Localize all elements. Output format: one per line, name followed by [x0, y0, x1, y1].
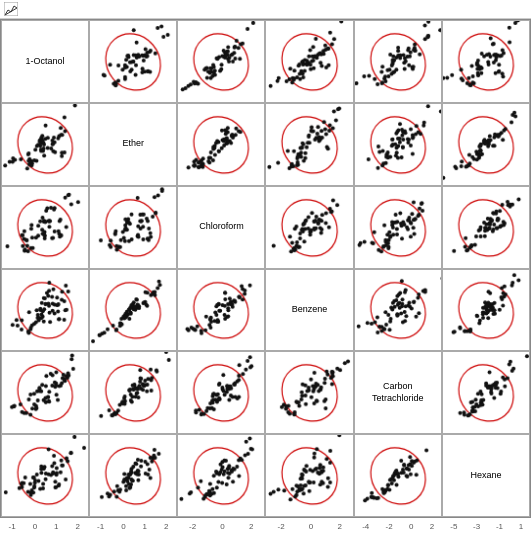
cell-2-3: [265, 186, 353, 269]
scatter-canvas-4-3: [266, 352, 352, 433]
cell-5-0: [1, 434, 89, 517]
x-axis-segment-0: -1012: [0, 518, 89, 533]
scatter-canvas-4-5: [443, 352, 529, 433]
scatter-canvas-3-1: [90, 270, 176, 351]
svg-marker-0: [5, 6, 17, 15]
cell-2-2: Chloroform: [177, 186, 265, 269]
cell-5-3: [265, 434, 353, 517]
scatter-matrix: 1-OctanolEtherChloroformBenzeneCarbon Te…: [0, 19, 531, 518]
cell-1-4: [354, 103, 442, 186]
cell-1-5: [442, 103, 530, 186]
cell-4-3: [265, 351, 353, 434]
cell-2-1: [89, 186, 177, 269]
scatter-canvas-4-2: [178, 352, 264, 433]
cell-0-1: [89, 20, 177, 103]
cell-4-2: [177, 351, 265, 434]
scatter-canvas-3-0: [2, 270, 88, 351]
diagonal-label-2: Chloroform: [178, 187, 264, 268]
cell-1-3: [265, 103, 353, 186]
scatter-canvas-4-1: [90, 352, 176, 433]
scatter-canvas-3-2: [178, 270, 264, 351]
x-axis: -1012-1012-202-202-4-202-5-3-11: [0, 518, 531, 533]
diagonal-label-0: 1-Octanol: [2, 21, 88, 102]
scatter-canvas-1-0: [2, 104, 88, 185]
cell-1-0: [1, 103, 89, 186]
diagonal-label-1: Ether: [90, 104, 176, 185]
cell-3-4: [354, 269, 442, 352]
cell-0-4: [354, 20, 442, 103]
cell-0-3: [265, 20, 353, 103]
x-axis-segment-2: -202: [177, 518, 266, 533]
scatter-canvas-5-0: [2, 435, 88, 516]
diagonal-label-5: Hexane: [443, 435, 529, 516]
cell-0-5: [442, 20, 530, 103]
cell-5-5: Hexane: [442, 434, 530, 517]
scatter-canvas-5-2: [178, 435, 264, 516]
cell-1-1: Ether: [89, 103, 177, 186]
scatter-canvas-2-5: [443, 187, 529, 268]
main-content: 1-OctanolEtherChloroformBenzeneCarbon Te…: [0, 19, 531, 533]
scatter-canvas-0-4: [355, 21, 441, 102]
scatter-canvas-2-1: [90, 187, 176, 268]
cell-3-3: Benzene: [265, 269, 353, 352]
scatter-canvas-2-4: [355, 187, 441, 268]
cell-5-1: [89, 434, 177, 517]
scatter-canvas-2-0: [2, 187, 88, 268]
scatter-canvas-3-5: [443, 270, 529, 351]
cell-2-4: [354, 186, 442, 269]
scatter-canvas-1-3: [266, 104, 352, 185]
scatter-canvas-2-3: [266, 187, 352, 268]
scatter-canvas-5-4: [355, 435, 441, 516]
scatter-canvas-1-4: [355, 104, 441, 185]
cell-5-2: [177, 434, 265, 517]
title-bar: [0, 0, 531, 19]
scatter-canvas-0-1: [90, 21, 176, 102]
chart-area: 1-OctanolEtherChloroformBenzeneCarbon Te…: [0, 19, 531, 533]
x-axis-segment-4: -4-202: [354, 518, 443, 533]
cell-0-0: 1-Octanol: [1, 20, 89, 103]
cell-2-5: [442, 186, 530, 269]
cell-1-2: [177, 103, 265, 186]
scatter-canvas-0-3: [266, 21, 352, 102]
cell-3-0: [1, 269, 89, 352]
x-axis-segment-1: -1012: [89, 518, 178, 533]
diagonal-label-4: Carbon Tetrachloride: [355, 352, 441, 433]
scatter-canvas-4-0: [2, 352, 88, 433]
scatter-canvas-0-2: [178, 21, 264, 102]
cell-5-4: [354, 434, 442, 517]
cell-2-0: [1, 186, 89, 269]
scatter-canvas-3-4: [355, 270, 441, 351]
cell-4-1: [89, 351, 177, 434]
x-axis-segment-5: -5-3-11: [443, 518, 532, 533]
cell-4-0: [1, 351, 89, 434]
diagonal-label-3: Benzene: [266, 270, 352, 351]
scatter-canvas-0-5: [443, 21, 529, 102]
scatter-canvas-1-5: [443, 104, 529, 185]
cell-3-1: [89, 269, 177, 352]
scatter-canvas-5-1: [90, 435, 176, 516]
cell-4-5: [442, 351, 530, 434]
chart-icon: [4, 2, 18, 16]
scatter-canvas-1-2: [178, 104, 264, 185]
cell-3-2: [177, 269, 265, 352]
cell-4-4: Carbon Tetrachloride: [354, 351, 442, 434]
cell-3-5: [442, 269, 530, 352]
scatter-canvas-5-3: [266, 435, 352, 516]
cell-0-2: [177, 20, 265, 103]
x-axis-segment-3: -202: [266, 518, 355, 533]
